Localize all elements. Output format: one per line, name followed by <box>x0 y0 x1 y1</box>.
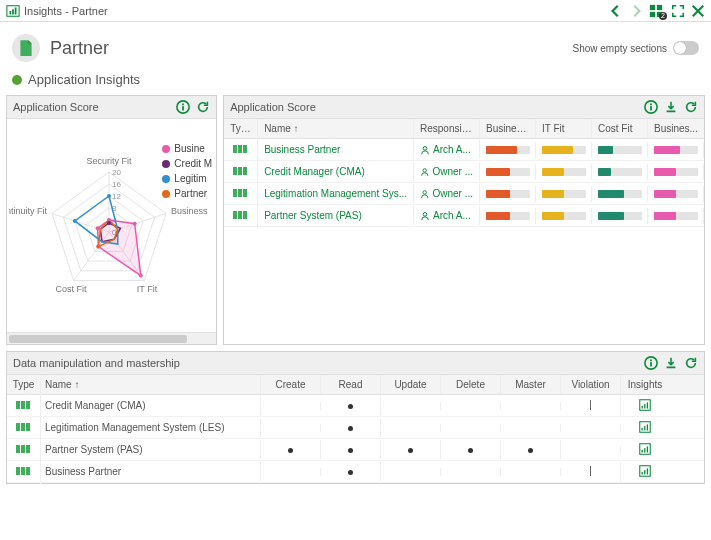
svg-point-36 <box>107 194 111 198</box>
radar-panel-title: Application Score <box>13 101 99 113</box>
type-icon <box>224 138 258 162</box>
matrix-panel: Data manipulation and mastership Type Na… <box>6 351 705 484</box>
svg-rect-58 <box>243 189 247 197</box>
info-icon[interactable] <box>644 356 658 370</box>
insights-button[interactable] <box>621 438 669 462</box>
row-name[interactable]: Legitimation Management Sys... <box>258 184 414 203</box>
show-empty-toggle[interactable] <box>673 41 699 55</box>
row-name[interactable]: Partner System (PAS) <box>258 206 414 225</box>
svg-rect-47 <box>650 104 652 106</box>
type-icon <box>224 160 258 184</box>
info-icon[interactable] <box>644 100 658 114</box>
svg-rect-78 <box>642 427 643 430</box>
score-panel-title: Application Score <box>230 101 316 113</box>
col-name[interactable]: Name ↑ <box>258 119 414 138</box>
mcol-read[interactable]: Read <box>321 375 381 394</box>
row-responsible[interactable]: Owner ... <box>414 184 480 203</box>
mcol-update[interactable]: Update <box>381 375 441 394</box>
svg-rect-10 <box>182 104 184 106</box>
svg-rect-49 <box>238 145 242 153</box>
col-business[interactable]: Busines... <box>480 119 536 138</box>
col-responsible[interactable]: Responsibl... <box>414 119 480 138</box>
radar-panel: Application Score <box>6 95 217 345</box>
table-row[interactable]: Legitimation Management System (LES) <box>7 417 704 439</box>
mcol-violation[interactable]: Violation <box>561 375 621 394</box>
apps-badge: 2 <box>659 12 667 20</box>
svg-rect-76 <box>26 423 30 431</box>
svg-rect-61 <box>238 211 242 219</box>
section-title-row: Application Insights <box>0 68 711 95</box>
show-empty-toggle-row: Show empty sections <box>573 41 700 55</box>
svg-rect-1 <box>10 11 12 15</box>
row-responsible[interactable]: Arch A... <box>414 206 480 225</box>
expand-icon[interactable] <box>671 4 685 18</box>
table-row[interactable]: Business PartnerArch A... <box>224 139 704 161</box>
svg-rect-88 <box>16 467 20 475</box>
row-name[interactable]: Business Partner <box>258 140 414 159</box>
svg-rect-60 <box>233 211 237 219</box>
mcol-delete[interactable]: Delete <box>441 375 501 394</box>
score-table: Type Name ↑ Responsibl... Busines... IT … <box>224 119 704 344</box>
download-icon[interactable] <box>664 100 678 114</box>
mcol-create[interactable]: Create <box>261 375 321 394</box>
close-icon[interactable] <box>691 4 705 18</box>
refresh-icon[interactable] <box>684 356 698 370</box>
insights-button[interactable] <box>621 416 669 440</box>
insights-button[interactable] <box>621 460 669 484</box>
svg-rect-68 <box>21 401 25 409</box>
download-icon[interactable] <box>664 356 678 370</box>
col-business2[interactable]: Busines... <box>648 119 704 138</box>
mcol-name[interactable]: Name ↑ <box>41 375 261 394</box>
insights-button[interactable] <box>621 394 669 418</box>
mcol-insights[interactable]: Insights <box>621 375 669 394</box>
svg-rect-2 <box>12 9 14 14</box>
page-title: Partner <box>50 38 109 59</box>
svg-rect-72 <box>644 404 645 408</box>
section-dot-icon <box>12 75 22 85</box>
svg-point-35 <box>96 226 100 230</box>
table-row[interactable]: Business Partner <box>7 461 704 483</box>
svg-rect-69 <box>26 401 30 409</box>
svg-rect-62 <box>243 211 247 219</box>
forward-icon[interactable] <box>629 4 643 18</box>
svg-rect-87 <box>647 446 648 452</box>
svg-rect-50 <box>243 145 247 153</box>
row-name[interactable]: Business Partner <box>41 462 261 481</box>
row-responsible[interactable]: Owner ... <box>414 162 480 181</box>
svg-rect-9 <box>182 106 184 110</box>
mcol-master[interactable]: Master <box>501 375 561 394</box>
col-itfit[interactable]: IT Fit <box>536 119 592 138</box>
mcol-type[interactable]: Type <box>7 375 41 394</box>
row-name[interactable]: Credit Manager (CMA) <box>258 162 414 181</box>
row-name[interactable]: Partner System (PAS) <box>41 440 261 459</box>
row-responsible[interactable]: Arch A... <box>414 140 480 159</box>
h-scrollbar[interactable] <box>7 332 216 344</box>
svg-rect-80 <box>647 424 648 430</box>
svg-point-32 <box>133 222 137 226</box>
refresh-icon[interactable] <box>684 100 698 114</box>
back-icon[interactable] <box>609 4 623 18</box>
svg-text:Business Fit: Business Fit <box>171 206 209 216</box>
type-icon <box>7 460 41 484</box>
svg-rect-65 <box>650 362 652 366</box>
svg-point-38 <box>107 221 111 225</box>
table-row[interactable]: Legitimation Management Sys...Owner ... <box>224 183 704 205</box>
table-row[interactable]: Partner System (PAS)Arch A... <box>224 205 704 227</box>
svg-point-37 <box>73 219 77 223</box>
row-name[interactable]: Credit Manager (CMA) <box>41 396 261 415</box>
info-icon[interactable] <box>176 100 190 114</box>
show-empty-label: Show empty sections <box>573 43 668 54</box>
table-row[interactable]: Partner System (PAS) <box>7 439 704 461</box>
col-costfit[interactable]: Cost Fit <box>592 119 648 138</box>
row-name[interactable]: Legitimation Management System (LES) <box>41 418 261 437</box>
svg-text:IT Fit: IT Fit <box>137 284 158 294</box>
col-type[interactable]: Type <box>224 119 258 138</box>
table-row[interactable]: Credit Manager (CMA)Owner ... <box>224 161 704 183</box>
app-icon <box>6 4 20 18</box>
svg-rect-53 <box>238 167 242 175</box>
table-row[interactable]: Credit Manager (CMA) <box>7 395 704 417</box>
matrix-panel-title: Data manipulation and mastership <box>13 357 180 369</box>
refresh-icon[interactable] <box>196 100 210 114</box>
apps-icon[interactable]: 2 <box>649 4 665 18</box>
svg-rect-52 <box>233 167 237 175</box>
